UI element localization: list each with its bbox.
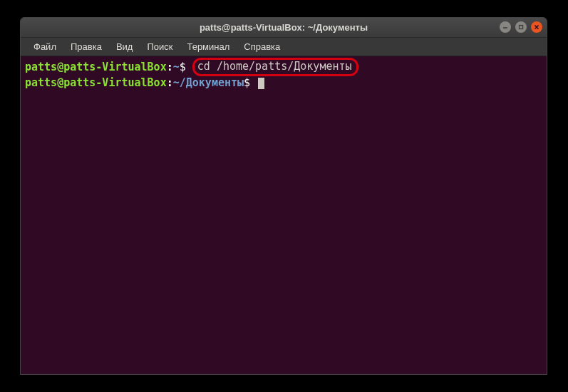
menu-edit[interactable]: Правка <box>63 38 109 55</box>
menu-file[interactable]: Файл <box>26 38 63 55</box>
titlebar: patts@patts-VirtualBox: ~/Документы <box>21 18 547 38</box>
prompt-colon: : <box>167 61 173 74</box>
prompt-dollar: $ <box>244 76 257 90</box>
highlight-annotation: cd /home/patts/Документы <box>192 58 358 76</box>
command-text: cd /home/patts/Документы <box>197 60 352 73</box>
menu-view[interactable]: Вид <box>109 38 140 55</box>
terminal-line-1: patts@patts-VirtualBox:~$ cd /home/patts… <box>25 58 542 76</box>
prompt-path: ~ <box>173 61 180 74</box>
terminal-line-2: patts@patts-VirtualBox:~/Документы$ <box>25 76 542 90</box>
prompt-colon: : <box>167 76 173 90</box>
prompt-user: patts@patts-VirtualBox <box>25 61 167 74</box>
window-controls <box>500 21 542 33</box>
terminal-body[interactable]: patts@patts-VirtualBox:~$ cd /home/patts… <box>21 56 547 374</box>
maximize-button[interactable] <box>515 21 527 33</box>
svg-rect-1 <box>520 26 523 29</box>
window-title: patts@patts-VirtualBox: ~/Документы <box>200 22 368 33</box>
close-button[interactable] <box>531 21 542 33</box>
menu-terminal[interactable]: Терминал <box>180 38 237 55</box>
cursor <box>258 78 264 89</box>
prompt-dollar: $ <box>180 61 192 74</box>
menubar: Файл Правка Вид Поиск Терминал Справка <box>21 38 547 56</box>
minimize-button[interactable] <box>500 21 511 33</box>
menu-help[interactable]: Справка <box>237 38 287 55</box>
prompt-user: patts@patts-VirtualBox <box>25 76 167 90</box>
menu-search[interactable]: Поиск <box>140 38 180 55</box>
prompt-path: ~/Документы <box>173 76 244 90</box>
terminal-window: patts@patts-VirtualBox: ~/Документы Файл… <box>20 17 547 375</box>
